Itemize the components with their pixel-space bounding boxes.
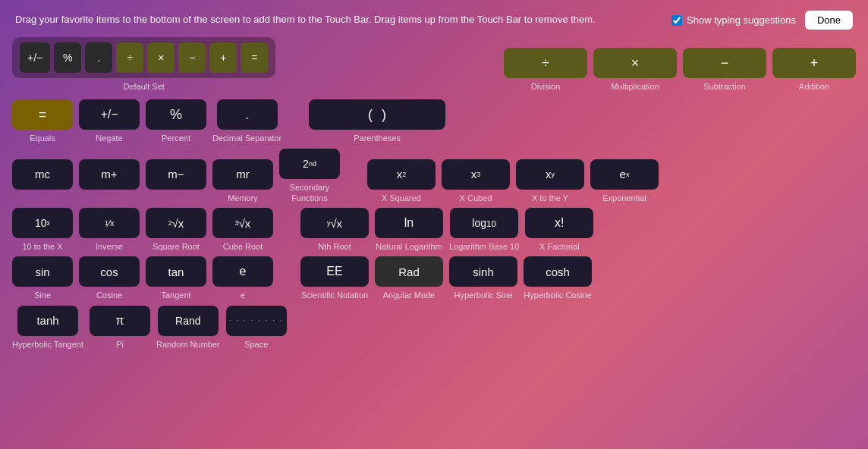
division-button[interactable]: ÷ (504, 48, 587, 78)
log10-button[interactable]: log10 (450, 208, 518, 238)
ds-btn-multiply[interactable]: × (147, 42, 175, 73)
decimal-button[interactable]: . (217, 99, 278, 130)
mr-button[interactable]: mr (212, 159, 273, 190)
sin-button[interactable]: sin (12, 256, 73, 287)
cosh-label: Hyperbolic Cosine (524, 290, 591, 300)
exponential-label: Exponential (602, 193, 646, 203)
nthroot-button[interactable]: y√x (300, 208, 369, 238)
percent-button[interactable]: % (146, 99, 206, 130)
rand-button[interactable]: Rand (158, 306, 219, 336)
ds-btn-equals[interactable]: = (241, 42, 268, 73)
xtoy-group: xy X to the Y (516, 159, 584, 203)
ds-btn-decimal[interactable]: . (85, 42, 112, 73)
euler-group: e e (212, 256, 273, 300)
secondary-group: 2nd SecondaryFunctions (279, 149, 340, 204)
multiplication-button[interactable]: × (593, 48, 677, 78)
cosh-button[interactable]: cosh (524, 256, 592, 287)
addition-button[interactable]: + (772, 48, 856, 78)
xcubed-group: x3 X Cubed (442, 159, 510, 203)
mc-button[interactable]: mc (12, 159, 73, 190)
space-group: · · · · · · · · Space (226, 306, 287, 350)
factorial-button[interactable]: x! (525, 208, 593, 238)
cbrt-button[interactable]: 3√x (212, 208, 273, 238)
ds-btn-percent[interactable]: % (54, 42, 81, 73)
sqrt-button[interactable]: 2√x (146, 208, 206, 238)
equals-button[interactable]: = (12, 99, 73, 130)
pi-label: Pi (116, 339, 124, 350)
equals-label: Equals (30, 133, 55, 143)
tanh-button[interactable]: tanh (17, 306, 78, 336)
exponential-button[interactable]: ex (590, 159, 659, 190)
pi-group: π Pi (90, 306, 150, 350)
xsquared-label: X Squared (382, 193, 421, 203)
euler-button[interactable]: e (212, 256, 273, 287)
log10-label: Logarithm Base 10 (449, 241, 519, 252)
space-button[interactable]: · · · · · · · · (226, 306, 287, 336)
exponential-group: ex Exponential (590, 159, 659, 203)
negate-label: Negate (96, 133, 122, 143)
typing-suggestions-checkbox[interactable]: Show typing suggestions (671, 14, 796, 26)
addition-group: + Addition (772, 48, 856, 92)
mminus-button[interactable]: m− (146, 159, 206, 190)
secondary-button[interactable]: 2nd (279, 149, 340, 179)
log10-group: log10 Logarithm Base 10 (449, 208, 519, 252)
xsquared-button[interactable]: x2 (367, 159, 436, 190)
xcubed-button[interactable]: x3 (442, 159, 510, 190)
sinh-button[interactable]: sinh (449, 256, 517, 287)
mplus-group: m+ . (79, 159, 140, 203)
rad-button[interactable]: Rad (375, 256, 443, 287)
typing-suggestions-input[interactable] (671, 15, 682, 26)
tentox-button[interactable]: 10x (12, 208, 73, 238)
mminus-group: m− . (146, 159, 206, 203)
negate-button[interactable]: +/− (79, 99, 140, 130)
mplus-button[interactable]: m+ (79, 159, 140, 190)
mr-label: Memory (228, 193, 258, 203)
open-paren: ( (368, 107, 373, 123)
rand-group: Rand Random Number (156, 306, 220, 350)
ds-btn-divide[interactable]: ÷ (116, 42, 143, 73)
rand-label: Random Number (156, 339, 220, 350)
parentheses-label: Parentheses (354, 133, 401, 143)
cos-button[interactable]: cos (79, 256, 140, 287)
pi-button[interactable]: π (90, 306, 150, 336)
default-set-label: Default Set (123, 81, 164, 92)
decimal-group: . Decimal Separator (212, 99, 281, 143)
tanh-group: tanh Hyperbolic Tangent (12, 306, 83, 350)
nthroot-group: y√x Nth Root (300, 208, 369, 252)
row-operators: = Equals +/− Negate % Percent . Decimal … (12, 99, 856, 143)
factorial-label: X Factorial (539, 241, 580, 252)
ds-btn-add[interactable]: + (209, 42, 237, 73)
tan-label: Tangent (161, 290, 190, 300)
ds-btn-subtract[interactable]: − (178, 42, 206, 73)
sin-label: Sine (34, 290, 51, 300)
parentheses-button[interactable]: ( ) (309, 99, 445, 130)
decimal-label: Decimal Separator (212, 133, 281, 143)
done-button[interactable]: Done (805, 11, 853, 30)
ln-button[interactable]: ln (375, 208, 443, 238)
ln-label: Natural Logarithm (376, 241, 442, 252)
xtoy-label: X to the Y (532, 193, 568, 203)
sinh-label: Hyperbolic Sine (454, 290, 512, 300)
default-set-group: +/− % . ÷ × − + = Default Set (12, 37, 275, 92)
cos-label: Cosine (96, 290, 122, 300)
tan-button[interactable]: tan (146, 256, 206, 287)
cbrt-label: Cube Root (223, 241, 263, 252)
tentox-group: 10x 10 to the X (12, 208, 73, 252)
rad-label: Angular Mode (383, 290, 436, 300)
xtoy-button[interactable]: xy (516, 159, 584, 190)
typing-suggestions-label: Show typing suggestions (687, 14, 796, 26)
xcubed-label: X Cubed (460, 193, 492, 203)
sin-group: sin Sine (12, 256, 73, 300)
app-window: Drag your favorite items to the bottom o… (0, 0, 868, 449)
ds-btn-negate[interactable]: +/− (20, 42, 50, 73)
inverse-button[interactable]: 1⁄x (79, 208, 140, 238)
right-panel-row1: ÷ Division × Multiplication − Subtractio… (504, 48, 856, 92)
subtraction-button[interactable]: − (683, 48, 766, 78)
cosh-group: cosh Hyperbolic Cosine (524, 256, 592, 300)
ee-button[interactable]: EE (300, 256, 369, 287)
tanh-label: Hyperbolic Tangent (12, 339, 83, 350)
equals-group: = Equals (12, 99, 73, 143)
sqrt-label: Square Root (153, 241, 200, 252)
nthroot-label: Nth Root (318, 241, 351, 252)
row-extra: tanh Hyperbolic Tangent π Pi Rand Random… (12, 306, 856, 350)
